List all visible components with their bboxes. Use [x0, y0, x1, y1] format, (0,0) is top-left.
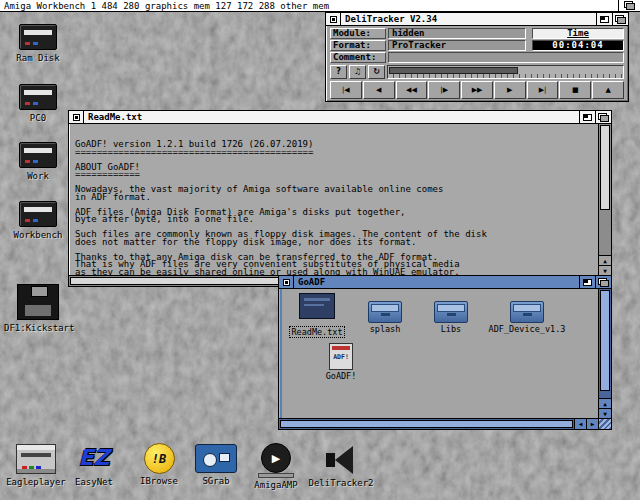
readme-window: ReadMe.txt GoADF! version 1.2.1 build 17… [68, 110, 612, 287]
drawer-icon [510, 301, 544, 323]
icon-readme-file[interactable]: ReadMe.txt [288, 293, 346, 339]
time-mode-button[interactable]: Time [532, 28, 624, 39]
depth-icon [598, 113, 609, 122]
icon-label: Eagleplayer [6, 477, 66, 487]
desktop-icon-pc0[interactable]: PC0 [8, 84, 68, 123]
format-label: Format: [330, 40, 386, 51]
desktop-icon-ram-disk[interactable]: Ram Disk [8, 24, 68, 63]
window-title: GoADF [294, 276, 579, 288]
zoom-icon [583, 114, 592, 121]
icon-label: ADF_Device_v1.3 [482, 324, 572, 334]
scroll-up-button[interactable]: ▲ [599, 255, 611, 265]
vertical-scrollbar[interactable]: ▲ ▼ [598, 124, 611, 275]
icon-label: GoADF! [312, 371, 370, 381]
resize-handle[interactable] [598, 418, 611, 429]
window-title: ReadMe.txt [84, 111, 579, 123]
close-icon [73, 114, 80, 121]
goadf-window: GoADF ReadMe.txt splash Libs ADF_Device_… [278, 275, 612, 430]
zoom-button[interactable] [579, 276, 595, 288]
speaker-icon [323, 444, 359, 476]
scroll-knob[interactable] [280, 420, 573, 428]
desktop-icon-work[interactable]: Work [8, 142, 68, 181]
readme-content: GoADF! version 1.2.1 build 1726 (26.07.2… [71, 124, 598, 275]
icon-label: ReadMe.txt [289, 326, 344, 338]
desktop-icon-sgrab[interactable]: SGrab [186, 442, 246, 486]
disk-icon [19, 24, 57, 50]
depth-button[interactable] [595, 111, 611, 123]
prev-button[interactable]: ◀ [363, 81, 395, 99]
icon-adf-device-drawer[interactable]: ADF_Device_v1.3 [482, 301, 572, 334]
vertical-scrollbar[interactable]: ▲ ▼ [598, 289, 611, 418]
adf-icon-text: ADF! [333, 353, 349, 361]
loop-button[interactable]: ↻ [368, 65, 385, 79]
close-button[interactable] [279, 276, 294, 288]
stop-button[interactable]: ■ [559, 81, 591, 99]
format-value: ProTracker [388, 40, 526, 51]
icon-label: EasyNet [64, 477, 124, 487]
goadf-titlebar[interactable]: GoADF [279, 276, 611, 289]
zoom-button[interactable] [579, 111, 595, 123]
desktop-icon-eagleplayer[interactable]: Eagleplayer [6, 442, 66, 487]
amigaamp-play-icon: ▶ [261, 443, 291, 473]
eagleplayer-icon [16, 444, 56, 474]
desktop-icon-workbench[interactable]: Workbench [8, 201, 68, 240]
comment-label: Comment: [330, 52, 386, 63]
drawer-icon [368, 301, 402, 323]
icon-label: Workbench [8, 230, 68, 240]
floppy-disk-icon [17, 284, 59, 320]
scroll-left-button[interactable]: ◀ [574, 419, 586, 429]
desktop-icon-ibrowse[interactable]: !B IBrowse [128, 442, 190, 486]
close-button[interactable] [326, 13, 341, 25]
seek-slider[interactable] [387, 65, 624, 79]
depth-button[interactable] [612, 13, 628, 25]
icon-libs-drawer[interactable]: Libs [422, 301, 480, 334]
slider-knob[interactable] [389, 67, 518, 74]
depth-icon [615, 15, 626, 24]
skip-start-button[interactable]: |◀ [330, 81, 362, 99]
ibrowse-icon: !B [144, 443, 175, 474]
scroll-down-button[interactable]: ▼ [599, 408, 611, 418]
zoom-button[interactable] [596, 13, 612, 25]
close-button[interactable] [69, 111, 84, 123]
song-info-button[interactable]: ♫ [349, 65, 366, 79]
eject-button[interactable]: ▲ [592, 81, 624, 99]
goadf-content[interactable]: ReadMe.txt splash Libs ADF_Device_v1.3 A… [282, 289, 598, 418]
depth-button[interactable] [595, 276, 611, 288]
screen-depth-button[interactable] [618, 0, 640, 11]
desktop-icon-amigaamp[interactable]: ▶ AmigaAMP [244, 442, 308, 490]
desktop-icon-easynet[interactable]: EZ EasyNet [64, 442, 124, 487]
screen-title-bar[interactable]: Amiga Workbench 1 484 280 graphics mem 1… [0, 0, 640, 12]
zoom-icon [583, 279, 592, 286]
scroll-knob[interactable] [600, 125, 610, 210]
desktop-icon-delitracker2[interactable]: DeliTracker2 [308, 442, 374, 488]
icon-splash-drawer[interactable]: splash [356, 301, 414, 334]
rewind-button[interactable]: ◀◀ [396, 81, 428, 99]
forward-button[interactable]: ▶▶ [461, 81, 493, 99]
adf-disk-icon: ADF! [329, 343, 353, 370]
desktop-icon-df1-kickstart[interactable]: DF1:Kickstart [4, 284, 72, 333]
scroll-up-button[interactable]: ▲ [599, 398, 611, 408]
close-icon [330, 16, 337, 23]
readme-titlebar[interactable]: ReadMe.txt [69, 111, 611, 124]
icon-label: SGrab [186, 476, 246, 486]
help-button[interactable]: ? [330, 65, 347, 79]
drawer-icon [434, 301, 468, 323]
scroll-right-button[interactable]: ▶ [586, 419, 598, 429]
icon-label: PC0 [8, 113, 68, 123]
pause-button[interactable]: |▶ [428, 81, 460, 99]
window-title: DeliTracker V2.34 [341, 13, 596, 25]
icon-goadf-program[interactable]: ADF! GoADF! [312, 343, 370, 381]
screen-title: Amiga Workbench 1 484 280 graphics mem 1… [0, 1, 618, 11]
delitracker-titlebar[interactable]: DeliTracker V2.34 [326, 13, 628, 26]
time-display: 00:04:04 [532, 40, 624, 51]
next-button[interactable]: ▶| [527, 81, 559, 99]
scroll-down-button[interactable]: ▼ [599, 265, 611, 275]
icon-label: DF1:Kickstart [4, 323, 72, 333]
icon-label: DeliTracker2 [308, 478, 374, 488]
icon-label: AmigaAMP [244, 480, 308, 490]
scroll-knob[interactable] [600, 290, 610, 391]
icon-label: splash [356, 324, 414, 334]
horizontal-scrollbar[interactable]: ◀ ▶ [279, 418, 598, 429]
play-button[interactable]: ▶ [494, 81, 526, 99]
module-label: Module: [330, 28, 386, 39]
